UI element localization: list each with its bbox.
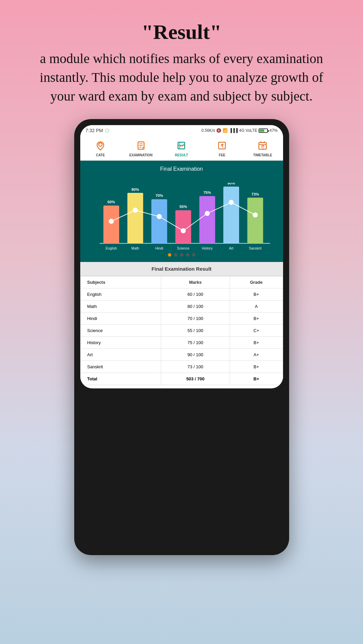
cell-grade: B+ bbox=[230, 373, 283, 385]
table-row: Hindi 70 / 100 B+ bbox=[80, 313, 283, 325]
svg-point-30 bbox=[156, 214, 162, 219]
status-right: 0.56K/s 🔇 📶 ▐▐▐ 4G VoLTE 47% bbox=[201, 128, 278, 133]
svg-rect-19 bbox=[223, 186, 239, 243]
table-row: Art 90 / 100 A+ bbox=[80, 349, 283, 361]
header-title: "Result" bbox=[27, 20, 336, 44]
cell-marks: 60 / 100 bbox=[161, 288, 230, 301]
header-section: "Result" a module which notifies marks o… bbox=[0, 0, 363, 119]
cell-marks: 73 / 100 bbox=[161, 361, 230, 373]
svg-text:55%: 55% bbox=[179, 205, 187, 209]
nav-item-cate[interactable]: CATE bbox=[80, 136, 121, 160]
exam-icon bbox=[135, 139, 147, 152]
svg-point-29 bbox=[133, 208, 138, 213]
svg-text:73%: 73% bbox=[251, 192, 259, 196]
svg-rect-15 bbox=[127, 193, 143, 243]
svg-text:60%: 60% bbox=[107, 200, 115, 204]
nav-item-fee[interactable]: ₹ FEE bbox=[202, 136, 242, 160]
col-grade: Grade bbox=[230, 276, 283, 288]
signal-icon: ▐▐▐ bbox=[229, 128, 238, 133]
nav-bar: CATE EXAMINATION bbox=[80, 136, 283, 161]
svg-text:English: English bbox=[105, 247, 117, 250]
cell-grade: B+ bbox=[230, 288, 283, 301]
cell-marks: 80 / 100 bbox=[161, 301, 230, 313]
svg-text:75%: 75% bbox=[203, 191, 211, 195]
nav-label-cate: CATE bbox=[96, 153, 105, 157]
cell-subject: Math bbox=[80, 301, 161, 313]
svg-text:90%: 90% bbox=[227, 183, 235, 185]
svg-text:Sanskrit: Sanskrit bbox=[249, 247, 261, 250]
svg-rect-16 bbox=[151, 199, 167, 244]
status-bar: 7:32 PM ⬡ 0.56K/s 🔇 📶 ▐▐▐ 4G VoLTE 47% bbox=[80, 125, 283, 136]
svg-text:70%: 70% bbox=[155, 194, 163, 198]
cell-grade: C+ bbox=[230, 325, 283, 337]
time: 7:32 PM bbox=[86, 128, 103, 133]
result-icon bbox=[175, 139, 188, 152]
wifi-icon: 📶 bbox=[223, 128, 228, 133]
svg-rect-14 bbox=[103, 206, 119, 244]
svg-rect-18 bbox=[199, 196, 215, 244]
cell-subject: Total bbox=[80, 373, 161, 385]
cell-subject: Art bbox=[80, 349, 161, 361]
svg-text:Hindi: Hindi bbox=[155, 247, 163, 250]
cell-subject: History bbox=[80, 337, 161, 349]
phone-frame: 7:32 PM ⬡ 0.56K/s 🔇 📶 ▐▐▐ 4G VoLTE 47% bbox=[74, 119, 289, 555]
table-row: Science 55 / 100 C+ bbox=[80, 325, 283, 337]
svg-rect-20 bbox=[247, 198, 263, 243]
nav-item-result[interactable]: RESULT bbox=[161, 136, 202, 160]
result-table: Subjects Marks Grade English 60 / 100 B+… bbox=[80, 276, 283, 385]
cell-marks: 503 / 700 bbox=[161, 373, 230, 385]
cell-subject: Hindi bbox=[80, 313, 161, 325]
svg-text:80%: 80% bbox=[131, 187, 139, 192]
nav-label-examination: EXAMINATION bbox=[129, 153, 152, 157]
fee-icon: ₹ bbox=[216, 139, 228, 152]
cell-grade: B+ bbox=[230, 361, 283, 373]
table-row: English 60 / 100 B+ bbox=[80, 288, 283, 301]
status-left: 7:32 PM ⬡ bbox=[86, 128, 109, 133]
phone-inner: 7:32 PM ⬡ 0.56K/s 🔇 📶 ▐▐▐ 4G VoLTE 47% bbox=[80, 125, 283, 388]
chart-section: Final Examination bbox=[80, 161, 283, 262]
table-row: Sanskrit 73 / 100 B+ bbox=[80, 361, 283, 373]
result-section: Final Examination Result Subjects Marks … bbox=[80, 262, 283, 388]
svg-text:Art: Art bbox=[229, 247, 233, 250]
table-row: Total 503 / 700 B+ bbox=[80, 373, 283, 385]
table-header-row: Subjects Marks Grade bbox=[80, 276, 283, 288]
cell-grade: A bbox=[230, 301, 283, 313]
bar-chart: 60% 80% 70% 55% 75% 90% 73% bbox=[87, 183, 276, 257]
chart-title: Final Examination bbox=[84, 166, 280, 172]
android-icon: ⬡ bbox=[105, 128, 109, 133]
cell-grade: B+ bbox=[230, 337, 283, 349]
cell-subject: English bbox=[80, 288, 161, 301]
volte-label: 4G VoLTE bbox=[239, 128, 257, 133]
table-row: History 75 / 100 B+ bbox=[80, 337, 283, 349]
table-row: Math 80 / 100 A bbox=[80, 301, 283, 313]
svg-point-32 bbox=[205, 211, 210, 216]
timetable-icon: ⏰ bbox=[256, 139, 269, 152]
svg-text:History: History bbox=[202, 247, 213, 250]
cell-grade: B+ bbox=[230, 313, 283, 325]
result-table-title: Final Examination Result bbox=[80, 262, 283, 276]
cell-marks: 90 / 100 bbox=[161, 349, 230, 361]
cell-subject: Science bbox=[80, 325, 161, 337]
battery-pct: 47% bbox=[269, 128, 277, 133]
nav-item-examination[interactable]: EXAMINATION bbox=[121, 136, 161, 160]
nav-item-timetable[interactable]: ⏰ TIMETABLE bbox=[242, 136, 283, 160]
col-marks: Marks bbox=[161, 276, 230, 288]
cell-marks: 75 / 100 bbox=[161, 337, 230, 349]
svg-point-0 bbox=[99, 143, 102, 146]
nav-label-fee: FEE bbox=[219, 153, 225, 157]
svg-point-33 bbox=[229, 200, 234, 205]
nav-label-result: RESULT bbox=[175, 153, 188, 157]
svg-text:Science: Science bbox=[177, 247, 189, 250]
cell-marks: 70 / 100 bbox=[161, 313, 230, 325]
cell-grade: A+ bbox=[230, 349, 283, 361]
col-subjects: Subjects bbox=[80, 276, 161, 288]
cell-subject: Sanskrit bbox=[80, 361, 161, 373]
svg-point-31 bbox=[181, 228, 186, 233]
svg-text:Math: Math bbox=[131, 247, 139, 250]
nav-label-timetable: TIMETABLE bbox=[253, 153, 272, 157]
svg-text:₹: ₹ bbox=[221, 143, 224, 149]
cell-marks: 55 / 100 bbox=[161, 325, 230, 337]
svg-point-28 bbox=[108, 219, 114, 224]
location-icon bbox=[94, 139, 107, 152]
svg-text:⏰: ⏰ bbox=[261, 145, 265, 149]
